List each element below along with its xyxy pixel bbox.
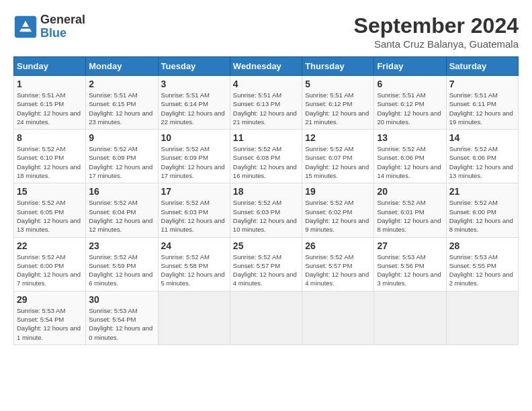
- calendar-day-13: 13Sunrise: 5:52 AMSunset: 6:06 PMDayligh…: [374, 130, 446, 183]
- day-number: 30: [89, 294, 154, 305]
- weekday-header-saturday: Saturday: [446, 57, 518, 76]
- calendar-week-5: 29Sunrise: 5:53 AMSunset: 5:54 PMDayligh…: [14, 291, 519, 345]
- day-info: Sunrise: 5:52 AMSunset: 6:09 PMDaylight:…: [161, 144, 227, 180]
- calendar-day-27: 27Sunrise: 5:53 AMSunset: 5:56 PMDayligh…: [374, 237, 446, 291]
- calendar-subtitle: Santa Cruz Balanya, Guatemala: [354, 38, 519, 50]
- calendar-empty-cell: [230, 291, 302, 345]
- day-number: 15: [17, 186, 83, 197]
- calendar-title: September 2024: [354, 13, 519, 38]
- day-number: 1: [17, 79, 83, 89]
- calendar-day-17: 17Sunrise: 5:52 AMSunset: 6:03 PMDayligh…: [158, 183, 230, 237]
- calendar-day-5: 5Sunrise: 5:51 AMSunset: 6:12 PMDaylight…: [302, 76, 374, 130]
- day-info: Sunrise: 5:52 AMSunset: 6:03 PMDaylight:…: [161, 198, 227, 234]
- day-info: Sunrise: 5:52 AMSunset: 6:09 PMDaylight:…: [89, 144, 154, 180]
- day-info: Sunrise: 5:51 AMSunset: 6:11 PMDaylight:…: [449, 91, 515, 126]
- day-info: Sunrise: 5:53 AMSunset: 5:56 PMDaylight:…: [377, 253, 443, 288]
- logo-line1: General: [40, 13, 85, 27]
- weekday-header-row: SundayMondayTuesdayWednesdayThursdayFrid…: [14, 57, 519, 76]
- calendar-day-6: 6Sunrise: 5:51 AMSunset: 6:12 PMDaylight…: [374, 76, 446, 130]
- day-number: 2: [89, 79, 154, 89]
- day-number: 26: [305, 240, 371, 251]
- svg-rect-2: [21, 27, 30, 29]
- calendar-day-21: 21Sunrise: 5:52 AMSunset: 6:00 PMDayligh…: [446, 183, 518, 237]
- day-info: Sunrise: 5:52 AMSunset: 5:57 PMDaylight:…: [233, 253, 299, 288]
- day-number: 25: [233, 240, 299, 251]
- day-number: 16: [89, 186, 154, 197]
- day-info: Sunrise: 5:51 AMSunset: 6:12 PMDaylight:…: [377, 91, 443, 126]
- day-info: Sunrise: 5:52 AMSunset: 6:01 PMDaylight:…: [377, 198, 443, 234]
- day-info: Sunrise: 5:52 AMSunset: 6:10 PMDaylight:…: [17, 144, 83, 180]
- calendar-table: SundayMondayTuesdayWednesdayThursdayFrid…: [13, 56, 519, 345]
- calendar-day-22: 22Sunrise: 5:52 AMSunset: 6:00 PMDayligh…: [14, 237, 86, 291]
- weekday-header-thursday: Thursday: [302, 57, 374, 76]
- day-number: 19: [305, 186, 371, 197]
- weekday-header-tuesday: Tuesday: [158, 57, 230, 76]
- day-info: Sunrise: 5:52 AMSunset: 6:08 PMDaylight:…: [233, 144, 299, 180]
- day-number: 5: [305, 79, 371, 89]
- day-number: 3: [161, 79, 227, 89]
- calendar-day-14: 14Sunrise: 5:52 AMSunset: 6:06 PMDayligh…: [446, 130, 518, 183]
- day-number: 10: [161, 132, 227, 143]
- day-number: 9: [89, 132, 154, 143]
- weekday-header-friday: Friday: [374, 57, 446, 76]
- page-header: General Blue September 2024 Santa Cruz B…: [13, 13, 519, 50]
- day-info: Sunrise: 5:52 AMSunset: 5:57 PMDaylight:…: [305, 253, 371, 288]
- day-info: Sunrise: 5:52 AMSunset: 6:03 PMDaylight:…: [233, 198, 299, 234]
- calendar-empty-cell: [446, 291, 518, 345]
- day-info: Sunrise: 5:52 AMSunset: 6:06 PMDaylight:…: [449, 144, 515, 180]
- day-number: 11: [233, 132, 299, 143]
- calendar-day-9: 9Sunrise: 5:52 AMSunset: 6:09 PMDaylight…: [86, 130, 158, 183]
- calendar-day-18: 18Sunrise: 5:52 AMSunset: 6:03 PMDayligh…: [230, 183, 302, 237]
- calendar-day-7: 7Sunrise: 5:51 AMSunset: 6:11 PMDaylight…: [446, 76, 518, 130]
- day-number: 14: [449, 132, 515, 143]
- calendar-day-11: 11Sunrise: 5:52 AMSunset: 6:08 PMDayligh…: [230, 130, 302, 183]
- day-info: Sunrise: 5:52 AMSunset: 6:02 PMDaylight:…: [305, 198, 371, 234]
- calendar-day-28: 28Sunrise: 5:53 AMSunset: 5:55 PMDayligh…: [446, 237, 518, 291]
- calendar-empty-cell: [158, 291, 230, 345]
- weekday-header-sunday: Sunday: [14, 57, 86, 76]
- day-info: Sunrise: 5:51 AMSunset: 6:14 PMDaylight:…: [161, 91, 227, 126]
- day-info: Sunrise: 5:52 AMSunset: 6:00 PMDaylight:…: [17, 253, 83, 288]
- calendar-day-12: 12Sunrise: 5:52 AMSunset: 6:07 PMDayligh…: [302, 130, 374, 183]
- day-info: Sunrise: 5:51 AMSunset: 6:15 PMDaylight:…: [17, 91, 83, 126]
- day-number: 24: [161, 240, 227, 251]
- calendar-day-4: 4Sunrise: 5:51 AMSunset: 6:13 PMDaylight…: [230, 76, 302, 130]
- calendar-day-23: 23Sunrise: 5:52 AMSunset: 5:59 PMDayligh…: [86, 237, 158, 291]
- day-number: 23: [89, 240, 154, 251]
- calendar-day-1: 1Sunrise: 5:51 AMSunset: 6:15 PMDaylight…: [14, 76, 86, 130]
- calendar-week-4: 22Sunrise: 5:52 AMSunset: 6:00 PMDayligh…: [14, 237, 519, 291]
- calendar-empty-cell: [374, 291, 446, 345]
- day-info: Sunrise: 5:53 AMSunset: 5:54 PMDaylight:…: [89, 306, 154, 342]
- day-number: 27: [377, 240, 443, 251]
- calendar-day-24: 24Sunrise: 5:52 AMSunset: 5:58 PMDayligh…: [158, 237, 230, 291]
- day-number: 8: [17, 132, 83, 143]
- calendar-day-25: 25Sunrise: 5:52 AMSunset: 5:57 PMDayligh…: [230, 237, 302, 291]
- calendar-day-8: 8Sunrise: 5:52 AMSunset: 6:10 PMDaylight…: [14, 130, 86, 183]
- weekday-header-monday: Monday: [86, 57, 158, 76]
- day-info: Sunrise: 5:51 AMSunset: 6:12 PMDaylight:…: [305, 91, 371, 126]
- title-block: September 2024 Santa Cruz Balanya, Guate…: [354, 13, 519, 50]
- day-number: 12: [305, 132, 371, 143]
- calendar-day-19: 19Sunrise: 5:52 AMSunset: 6:02 PMDayligh…: [302, 183, 374, 237]
- day-number: 18: [233, 186, 299, 197]
- day-number: 20: [377, 186, 443, 197]
- calendar-day-20: 20Sunrise: 5:52 AMSunset: 6:01 PMDayligh…: [374, 183, 446, 237]
- calendar-week-2: 8Sunrise: 5:52 AMSunset: 6:10 PMDaylight…: [14, 130, 519, 183]
- day-number: 21: [449, 186, 515, 197]
- calendar-empty-cell: [302, 291, 374, 345]
- day-number: 22: [17, 240, 83, 251]
- calendar-day-16: 16Sunrise: 5:52 AMSunset: 6:04 PMDayligh…: [86, 183, 158, 237]
- calendar-day-10: 10Sunrise: 5:52 AMSunset: 6:09 PMDayligh…: [158, 130, 230, 183]
- day-info: Sunrise: 5:51 AMSunset: 6:13 PMDaylight:…: [233, 91, 299, 126]
- day-info: Sunrise: 5:53 AMSunset: 5:54 PMDaylight:…: [17, 306, 83, 342]
- day-info: Sunrise: 5:52 AMSunset: 5:58 PMDaylight:…: [161, 253, 227, 288]
- day-info: Sunrise: 5:52 AMSunset: 6:05 PMDaylight:…: [17, 198, 83, 234]
- calendar-week-3: 15Sunrise: 5:52 AMSunset: 6:05 PMDayligh…: [14, 183, 519, 237]
- day-number: 13: [377, 132, 443, 143]
- day-info: Sunrise: 5:52 AMSunset: 5:59 PMDaylight:…: [89, 253, 154, 288]
- logo-line2: Blue: [40, 27, 85, 40]
- day-info: Sunrise: 5:52 AMSunset: 6:04 PMDaylight:…: [89, 198, 154, 234]
- calendar-week-1: 1Sunrise: 5:51 AMSunset: 6:15 PMDaylight…: [14, 76, 519, 130]
- day-number: 17: [161, 186, 227, 197]
- calendar-day-26: 26Sunrise: 5:52 AMSunset: 5:57 PMDayligh…: [302, 237, 374, 291]
